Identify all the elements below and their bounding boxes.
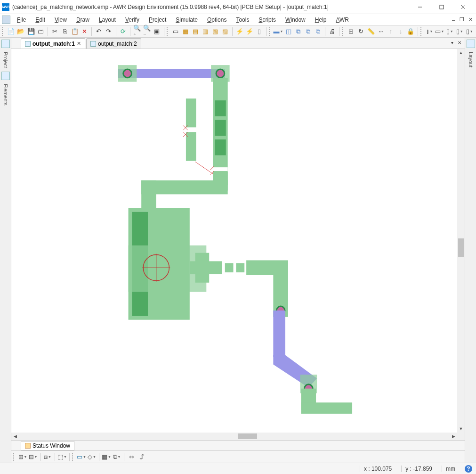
rotate-button[interactable]: ↻	[356, 27, 365, 36]
layer-button-4[interactable]: ▯▼	[455, 27, 464, 36]
flip-v-button[interactable]: ⇵	[137, 452, 146, 462]
toolbar-grip-1[interactable]	[2, 27, 4, 36]
zoom-out-button[interactable]: 🔍⁻	[143, 27, 152, 36]
refresh-button[interactable]: ⟳	[118, 27, 127, 36]
menu-edit[interactable]: Edit	[31, 16, 50, 24]
mdi-close-button[interactable]: ✕	[467, 16, 474, 23]
cut-button[interactable]: ✂	[50, 27, 59, 36]
redo-button[interactable]: ↷	[104, 27, 113, 36]
menu-view[interactable]: View	[50, 16, 72, 24]
vscroll-thumb[interactable]	[458, 238, 464, 257]
align-button[interactable]: ⊞	[347, 27, 355, 36]
group-button[interactable]: ⧈▼	[43, 452, 52, 462]
snap-button[interactable]: ⊟▼	[28, 452, 38, 462]
panel-button-1[interactable]: ▬▼	[274, 27, 283, 36]
menu-options[interactable]: Options	[202, 16, 231, 24]
move-down-button[interactable]: ↓	[396, 27, 405, 36]
flip-h-button[interactable]: ⇿	[127, 452, 136, 462]
maximize-button[interactable]	[431, 0, 452, 14]
horizontal-scrollbar[interactable]: ◀ ▶	[11, 433, 457, 440]
undo-button[interactable]: ↶	[94, 27, 103, 36]
tile-button-5[interactable]: ▨	[221, 27, 230, 36]
menu-file[interactable]: File	[12, 16, 31, 24]
layout-panel-label[interactable]: Layout	[468, 50, 474, 69]
shape-poly-button[interactable]: ◇▼	[87, 452, 97, 462]
elements-panel-button[interactable]	[1, 72, 10, 80]
vertical-scrollbar[interactable]: ▲ ▼	[457, 49, 465, 433]
copy-shape-button[interactable]: ⧉▼	[112, 452, 121, 462]
help-button[interactable]: ?	[465, 465, 472, 473]
print-button[interactable]: 🖨	[328, 27, 337, 36]
tab-output-match-2[interactable]: output_match:2	[86, 38, 141, 49]
tune-button[interactable]: ⚡	[245, 27, 254, 36]
close-button[interactable]	[452, 0, 474, 14]
panel-button-3[interactable]: ⧉	[294, 27, 303, 36]
tabrow-dropdown-button[interactable]: ▾	[449, 39, 455, 46]
panel-button-4[interactable]: ⧉	[304, 27, 313, 36]
layer-button-5[interactable]: ▯▼	[465, 27, 474, 36]
hscroll-thumb[interactable]	[238, 433, 257, 439]
menu-draw[interactable]: Draw	[72, 16, 94, 24]
menu-layout[interactable]: Layout	[94, 16, 121, 24]
project-panel-label[interactable]: Project	[3, 50, 8, 70]
elements-panel-label[interactable]: Elements	[3, 82, 8, 107]
project-panel-button[interactable]	[1, 40, 10, 48]
menu-project[interactable]: Project	[144, 16, 171, 24]
zoom-in-button[interactable]: 🔍⁺	[133, 27, 142, 36]
tab-close-button[interactable]: ✕	[77, 41, 81, 47]
panel-button-2[interactable]: ◫	[284, 27, 293, 36]
tile-button-4[interactable]: ▧	[211, 27, 220, 36]
menu-scripts[interactable]: Scripts	[254, 16, 281, 24]
layer-button-1[interactable]: ⫿▼	[425, 27, 434, 36]
layout-canvas[interactable]	[11, 49, 457, 433]
scroll-right-button[interactable]: ▶	[450, 433, 457, 440]
window-button[interactable]: ▭	[171, 27, 180, 36]
scroll-down-button[interactable]: ▼	[457, 425, 465, 433]
new-button[interactable]: 📄	[7, 27, 16, 36]
mdi-minimize-button[interactable]: –	[450, 16, 457, 23]
measure-button[interactable]: 📏	[366, 27, 375, 36]
tile-button-1[interactable]: ▦	[181, 27, 190, 36]
zoom-fit-button[interactable]: ▣	[153, 27, 161, 36]
paste-button[interactable]: 📋	[70, 27, 79, 36]
save-button[interactable]: 💾	[26, 27, 35, 36]
copy-button[interactable]: ⎘	[60, 27, 69, 36]
layout-panel-button[interactable]	[467, 40, 475, 48]
open-button[interactable]: 📂	[16, 27, 25, 36]
menu-awr[interactable]: AWR	[331, 16, 354, 24]
tab-output-match-1[interactable]: output_match:1 ✕	[21, 38, 85, 49]
dimension-button[interactable]: ↔	[376, 27, 385, 36]
tile-button-3[interactable]: ▥	[201, 27, 210, 36]
toolbar-grip-3[interactable]	[269, 27, 271, 36]
toolbar-grip-4[interactable]	[342, 27, 344, 36]
tabrow-close-button[interactable]: ✕	[456, 39, 463, 46]
scroll-left-button[interactable]: ◀	[11, 433, 19, 440]
simulate-button[interactable]: ⚡	[235, 27, 244, 36]
toolbar2-grip-2[interactable]	[72, 453, 74, 461]
menu-verify[interactable]: Verify	[121, 16, 144, 24]
toolbar-grip-2[interactable]	[167, 27, 169, 36]
hierarchy-button[interactable]: ⬚▼	[57, 452, 67, 462]
menu-tools[interactable]: Tools	[231, 16, 254, 24]
move-up-button[interactable]: ↑	[386, 27, 395, 36]
layer-button-3[interactable]: ▯▼	[445, 27, 454, 36]
menu-simulate[interactable]: Simulate	[171, 16, 202, 24]
toolbar-grip-5[interactable]	[420, 27, 423, 36]
mdi-restore-button[interactable]: ❐	[458, 16, 466, 23]
layer-button-2[interactable]: ▭▼	[435, 27, 444, 36]
grid-button[interactable]: ⊞▼	[18, 452, 27, 462]
menu-window[interactable]: Window	[281, 16, 310, 24]
delete-button[interactable]: ✕	[80, 27, 89, 36]
tile-button-2[interactable]: ▤	[191, 27, 200, 36]
toolbar2-grip-1[interactable]	[13, 453, 16, 461]
scroll-up-button[interactable]: ▲	[457, 49, 465, 57]
menu-help[interactable]: Help	[310, 16, 331, 24]
lock-button[interactable]: 🔒	[406, 27, 415, 36]
minimize-button[interactable]	[409, 0, 431, 14]
panel-button-5[interactable]: ⧉	[314, 27, 323, 36]
select-button[interactable]: ▦▼	[102, 452, 111, 462]
save-all-button[interactable]: 🗃	[36, 27, 45, 36]
shape-rect-button[interactable]: ▭▼	[77, 452, 86, 462]
analyze-button[interactable]: ▯	[255, 27, 264, 36]
status-window-tab[interactable]: Status Window	[21, 441, 74, 450]
